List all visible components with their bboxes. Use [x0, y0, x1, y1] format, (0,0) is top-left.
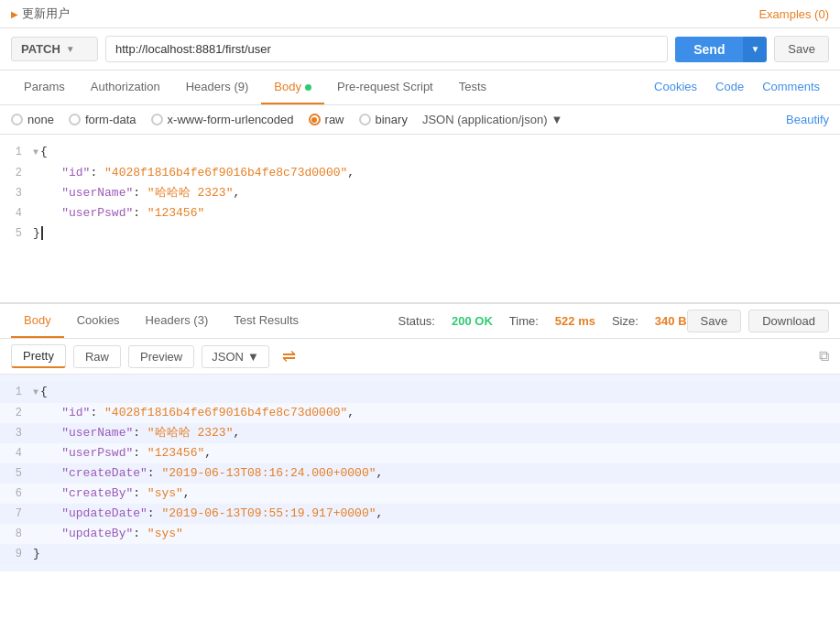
resp-line-5: 5 "createDate": "2019-06-13T08:16:24.000… [0, 463, 840, 484]
copy-icon[interactable]: ⧉ [819, 348, 829, 364]
resp-format-label: JSON [212, 350, 244, 364]
resp-line-4: 4 "userPswd": "123456", [0, 443, 840, 463]
req-line-5: 5 } [0, 223, 840, 244]
resp-tab-test-results[interactable]: Test Results [221, 304, 311, 338]
top-bar: ▶ 更新用户 Examples (0) [0, 0, 840, 28]
url-bar: PATCH ▼ Send ▼ Save [0, 28, 840, 71]
resp-preview-btn[interactable]: Preview [128, 345, 194, 368]
body-options: none form-data x-www-form-urlencoded raw… [0, 105, 840, 135]
resp-body-options: Pretty Raw Preview JSON ▼ ⇌ ⧉ [0, 339, 840, 375]
wrap-icon[interactable]: ⇌ [282, 346, 296, 366]
status-label: Status: [398, 314, 435, 328]
tab-cookies[interactable]: Cookies [645, 71, 706, 104]
resp-tab-cookies[interactable]: Cookies [64, 304, 133, 338]
tab-headers[interactable]: Headers (9) [173, 71, 262, 104]
time-label: Time: [509, 314, 539, 328]
opt-urlencoded[interactable]: x-www-form-urlencoded [151, 113, 294, 126]
resp-line-9: 9 } [0, 544, 840, 564]
response-body-editor[interactable]: 1 ▼{ 2 "id": "4028f1816b4fe6f9016b4fe8c7… [0, 375, 840, 571]
time-value: 522 ms [555, 314, 595, 328]
opt-binary-label: binary [376, 113, 408, 126]
opt-none[interactable]: none [11, 113, 54, 126]
save-button[interactable]: Save [774, 36, 829, 62]
resp-line-3: 3 "userName": "哈哈哈 2323", [0, 423, 840, 443]
req-line-3: 3 "userName": "哈哈哈 2323", [0, 183, 840, 203]
body-dot [305, 84, 311, 91]
breadcrumb-arrow: ▶ [11, 9, 18, 19]
tab-comments[interactable]: Comments [753, 71, 829, 104]
status-value: 200 OK [452, 314, 493, 328]
resp-line-1: 1 ▼{ [0, 382, 840, 403]
send-btn-group: Send ▼ [675, 37, 767, 62]
resp-format-dropdown[interactable]: JSON ▼ [202, 345, 269, 368]
method-select[interactable]: PATCH ▼ [11, 37, 98, 61]
response-meta: Status: 200 OK Time: 522 ms Size: 340 B [398, 314, 687, 328]
resp-raw-btn[interactable]: Raw [73, 345, 121, 368]
resp-actions: Save Download [687, 310, 829, 332]
tab-code[interactable]: Code [706, 71, 753, 104]
tab-body[interactable]: Body [261, 71, 324, 104]
opt-raw[interactable]: raw [309, 113, 344, 126]
opt-none-label: none [27, 113, 54, 126]
send-dropdown-button[interactable]: ▼ [743, 37, 767, 62]
tab-params[interactable]: Params [11, 71, 78, 104]
examples-link[interactable]: Examples (0) [758, 7, 829, 21]
opt-binary[interactable]: binary [359, 113, 408, 126]
resp-tab-body[interactable]: Body [11, 304, 64, 338]
opt-urlencoded-label: x-www-form-urlencoded [168, 113, 294, 126]
resp-line-2: 2 "id": "4028f1816b4fe6f9016b4fe8c73d000… [0, 403, 840, 423]
resp-line-8: 8 "updateBy": "sys" [0, 524, 840, 544]
breadcrumb-label: 更新用户 [22, 5, 70, 22]
resp-line-6: 6 "createBy": "sys", [0, 484, 840, 504]
resp-save-button[interactable]: Save [687, 310, 742, 332]
response-tabs-row: Body Cookies Headers (3) Test Results St… [0, 304, 840, 339]
resp-fold-icon[interactable]: ▼ [33, 387, 38, 397]
fold-icon[interactable]: ▼ [33, 147, 38, 158]
request-tabs: Params Authorization Headers (9) Body Pr… [0, 71, 840, 105]
resp-format-chevron-icon: ▼ [247, 350, 259, 364]
radio-none [11, 114, 23, 125]
req-line-1: 1 ▼{ [0, 142, 840, 163]
size-label: Size: [612, 314, 638, 328]
resp-tab-headers[interactable]: Headers (3) [133, 304, 222, 338]
resp-download-button[interactable]: Download [748, 310, 829, 332]
resp-line-7: 7 "updateDate": "2019-06-13T09:55:19.917… [0, 504, 840, 524]
resp-body-right: ⧉ [819, 348, 829, 364]
send-button[interactable]: Send [675, 37, 743, 62]
radio-binary [359, 114, 371, 125]
opt-form-data-label: form-data [85, 113, 136, 126]
response-section: Body Cookies Headers (3) Test Results St… [0, 304, 840, 571]
resp-pretty-btn[interactable]: Pretty [11, 344, 66, 368]
opt-form-data[interactable]: form-data [69, 113, 136, 126]
size-value: 340 B [655, 314, 687, 328]
json-type-chevron-icon: ▼ [551, 113, 562, 126]
radio-form-data [69, 114, 81, 125]
request-body-editor[interactable]: 1 ▼{ 2 "id": "4028f1816b4fe6f9016b4fe8c7… [0, 135, 840, 304]
radio-raw [309, 114, 321, 125]
method-label: PATCH [21, 42, 60, 56]
beautify-btn[interactable]: Beautify [786, 113, 829, 126]
tab-pre-request[interactable]: Pre-request Script [324, 71, 446, 104]
json-type-label: JSON (application/json) [422, 113, 548, 126]
tab-tests[interactable]: Tests [446, 71, 499, 104]
req-tabs-right: Cookies Code Comments [645, 71, 829, 104]
method-chevron-icon: ▼ [66, 44, 75, 54]
breadcrumb: ▶ 更新用户 [11, 5, 70, 22]
json-type-dropdown[interactable]: JSON (application/json) ▼ [422, 113, 562, 126]
tab-authorization[interactable]: Authorization [78, 71, 173, 104]
url-input[interactable] [105, 36, 668, 62]
opt-raw-label: raw [325, 113, 344, 126]
radio-urlencoded [151, 114, 163, 125]
req-line-2: 2 "id": "4028f1816b4fe6f9016b4fe8c73d000… [0, 163, 840, 183]
req-line-4: 4 "userPswd": "123456" [0, 203, 840, 223]
